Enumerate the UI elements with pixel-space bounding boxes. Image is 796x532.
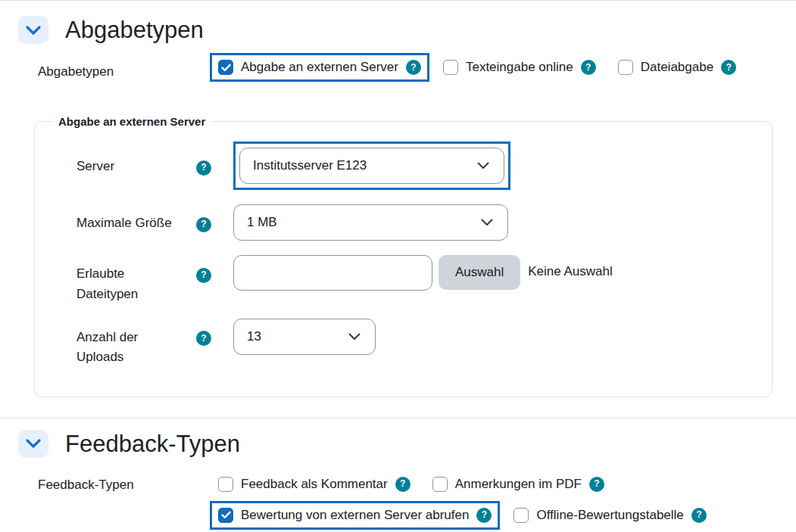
checkbox-texteingabe-online[interactable]: Texteingabe online ? — [435, 53, 604, 82]
help-icon[interactable]: ? — [196, 160, 211, 176]
collapse-toggle-abgabetypen[interactable] — [18, 16, 48, 44]
section-abgabetypen: Abgabetypen Abgabetypen Abgabe an extern… — [0, 1, 796, 397]
file-types-status: Keine Auswahl — [528, 255, 613, 281]
checkbox-feedback-als-kommentar[interactable]: Feedback als Kommentar ? — [210, 470, 419, 499]
help-icon[interactable]: ? — [196, 268, 211, 283]
file-types-input[interactable] — [233, 255, 432, 291]
fieldset-legend: Abgabe an externen Server — [53, 114, 211, 129]
chevron-down-icon — [25, 438, 42, 449]
chevron-down-icon — [348, 333, 361, 341]
server-select-value: Institutsserver E123 — [253, 157, 367, 175]
auswahl-button[interactable]: Auswahl — [439, 255, 520, 290]
checkbox-label: Dateiabgabe — [641, 58, 713, 76]
row-anzahl-uploads: Anzahl der Uploads ? 13 — [35, 319, 772, 368]
row-erlaubte-dateitypen: Erlaubte Dateitypen ? Auswahl Keine Ausw… — [35, 255, 772, 304]
checkbox-label: Bewertung von externen Server abrufen — [241, 506, 469, 524]
checkbox-checked-icon — [218, 508, 233, 523]
checkbox-unchecked-icon — [513, 508, 529, 523]
upload-count-select-value: 13 — [247, 328, 261, 346]
checkbox-checked-icon — [218, 60, 233, 75]
feedback-checkbox-row-1: Feedback als Kommentar ? Anmerkungen im … — [210, 470, 796, 499]
file-types-label: Erlaubte Dateitypen — [76, 255, 176, 304]
help-icon[interactable]: ? — [395, 477, 410, 492]
help-icon[interactable]: ? — [691, 508, 707, 523]
assignment-settings-page: Abgabetypen Abgabetypen Abgabe an extern… — [0, 1, 796, 532]
help-icon[interactable]: ? — [589, 477, 604, 492]
collapse-toggle-feedback-typen[interactable] — [18, 430, 48, 458]
checkbox-unchecked-icon — [218, 477, 233, 492]
row-label-abgabetypen: Abgabetypen — [0, 53, 210, 82]
server-select-highlight: Institutsserver E123 — [233, 142, 510, 190]
server-label: Server — [76, 142, 176, 176]
row-maximale-groesse: Maximale Größe ? 1 MB — [35, 204, 772, 241]
checkbox-label: Anmerkungen im PDF — [455, 475, 582, 493]
max-size-label: Maximale Größe — [76, 204, 176, 233]
upload-count-select[interactable]: 13 — [233, 319, 376, 355]
row-abgabetypen: Abgabetypen Abgabe an externen Server ? … — [0, 53, 796, 82]
section-title-abgabetypen: Abgabetypen — [65, 14, 204, 46]
help-icon[interactable]: ? — [476, 508, 492, 523]
section-feedback-typen: Feedback-Typen Feedback-Typen Feedback a… — [0, 418, 796, 532]
checkbox-label: Texteingabe online — [466, 58, 573, 76]
abgabetypen-checkbox-group: Abgabe an externen Server ? Texteingabe … — [210, 53, 796, 82]
fieldset-abgabe-an-externen-server: Abgabe an externen Server Server ? Insti… — [34, 114, 773, 397]
help-icon[interactable]: ? — [406, 60, 421, 75]
chevron-down-icon — [25, 25, 42, 36]
feedback-checkbox-group: Feedback als Kommentar ? Anmerkungen im … — [210, 470, 796, 532]
max-size-select[interactable]: 1 MB — [233, 204, 508, 241]
checkbox-offline-bewertungstabelle[interactable]: Offline-Bewertungstabelle ? — [505, 501, 714, 530]
checkbox-abgabe-an-externen-server[interactable]: Abgabe an externen Server ? — [210, 53, 429, 82]
checkbox-label: Offline-Bewertungstabelle — [536, 506, 683, 524]
chevron-down-icon — [477, 162, 489, 170]
row-feedback-typen: Feedback-Typen Feedback als Kommentar ? … — [0, 470, 796, 532]
help-icon[interactable]: ? — [721, 60, 736, 75]
checkbox-anmerkungen-im-pdf[interactable]: Anmerkungen im PDF ? — [424, 470, 613, 499]
upload-count-label: Anzahl der Uploads — [76, 319, 176, 368]
feedback-checkbox-row-2: Bewertung von externen Server abrufen ? … — [210, 501, 796, 530]
chevron-down-icon — [481, 219, 493, 226]
checkbox-label: Abgabe an externen Server — [241, 58, 398, 76]
help-icon[interactable]: ? — [196, 331, 211, 346]
section-title-feedback-typen: Feedback-Typen — [65, 428, 240, 460]
server-select[interactable]: Institutsserver E123 — [239, 148, 504, 184]
row-label-feedback-typen: Feedback-Typen — [0, 470, 210, 532]
section-header-feedback-typen: Feedback-Typen — [0, 418, 796, 460]
row-server: Server ? Institutsserver E123 — [35, 142, 772, 190]
checkbox-unchecked-icon — [432, 477, 448, 492]
checkbox-bewertung-von-externen-server-abrufen[interactable]: Bewertung von externen Server abrufen ? — [210, 501, 500, 530]
checkbox-unchecked-icon — [443, 60, 458, 75]
max-size-select-value: 1 MB — [247, 213, 277, 232]
section-header-abgabetypen: Abgabetypen — [0, 1, 796, 46]
checkbox-unchecked-icon — [618, 60, 633, 75]
help-icon[interactable]: ? — [581, 60, 596, 75]
checkbox-dateiabgabe[interactable]: Dateiabgabe ? — [610, 53, 744, 82]
help-icon[interactable]: ? — [196, 217, 211, 232]
checkbox-label: Feedback als Kommentar — [241, 475, 388, 493]
